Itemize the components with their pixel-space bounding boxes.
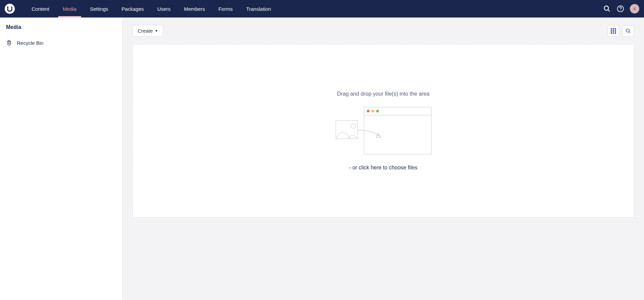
sidebar-title: Media: [0, 24, 122, 38]
user-avatar[interactable]: A: [630, 4, 639, 13]
sidebar: Media Recycle Bin: [0, 18, 122, 300]
search-media-button[interactable]: [622, 25, 634, 37]
svg-rect-22: [336, 121, 357, 139]
dropzone-choose-files-link[interactable]: - or click here to choose files: [349, 165, 418, 171]
svg-point-3: [620, 10, 620, 10]
svg-rect-10: [613, 30, 614, 32]
dropzone-illustration: [334, 106, 432, 155]
grid-view-button[interactable]: [608, 25, 619, 37]
sidebar-item-recycle-bin[interactable]: Recycle Bin: [0, 38, 122, 48]
nav-tabs: Content Media Settings Packages Users Me…: [25, 0, 278, 18]
nav-tab-media[interactable]: Media: [56, 0, 83, 18]
global-search-button[interactable]: [603, 5, 611, 13]
nav-tab-label: Packages: [122, 6, 144, 12]
avatar-initial: A: [633, 7, 636, 11]
create-button[interactable]: Create ▼: [133, 25, 163, 37]
umbraco-logo-icon: [6, 5, 13, 12]
toolbar: Create ▼: [125, 25, 641, 44]
create-button-label: Create: [138, 28, 153, 34]
svg-point-0: [604, 6, 609, 10]
nav-tab-forms[interactable]: Forms: [212, 0, 240, 18]
svg-point-21: [376, 110, 379, 112]
search-icon: [603, 5, 611, 12]
top-navigation: Content Media Settings Packages Users Me…: [0, 0, 644, 18]
app-logo[interactable]: [5, 4, 15, 14]
main-layout: Media Recycle Bin Create ▼: [0, 18, 644, 300]
nav-right-actions: A: [603, 4, 639, 13]
nav-tab-label: Users: [157, 6, 170, 12]
svg-rect-13: [613, 32, 614, 34]
main-content: Create ▼: [122, 18, 644, 300]
svg-rect-14: [615, 32, 616, 34]
svg-point-20: [371, 110, 374, 112]
media-dropzone[interactable]: Drag and drop your file(s) into the area: [133, 44, 634, 218]
trash-icon: [6, 40, 12, 46]
svg-point-15: [626, 29, 629, 32]
sidebar-item-label: Recycle Bin: [17, 40, 43, 46]
grid-icon: [611, 28, 616, 34]
svg-rect-9: [611, 30, 612, 32]
nav-tab-label: Content: [32, 6, 49, 12]
svg-rect-8: [615, 28, 616, 30]
svg-rect-11: [615, 30, 616, 32]
nav-tab-translation[interactable]: Translation: [240, 0, 278, 18]
nav-tab-users[interactable]: Users: [150, 0, 177, 18]
nav-tab-label: Members: [184, 6, 205, 12]
caret-down-icon: ▼: [155, 29, 158, 33]
nav-tab-members[interactable]: Members: [177, 0, 212, 18]
nav-tab-label: Forms: [218, 6, 233, 12]
svg-rect-7: [613, 28, 614, 30]
svg-rect-12: [611, 32, 612, 34]
nav-tab-settings[interactable]: Settings: [83, 0, 115, 18]
nav-tab-content[interactable]: Content: [25, 0, 56, 18]
nav-tab-label: Settings: [90, 6, 108, 12]
nav-tab-label: Media: [63, 6, 77, 12]
search-icon: [625, 28, 631, 34]
toolbar-right: [608, 25, 634, 37]
svg-line-16: [629, 32, 630, 33]
help-button[interactable]: [616, 5, 624, 13]
svg-rect-17: [364, 107, 431, 154]
svg-rect-6: [611, 28, 612, 30]
nav-tab-label: Translation: [246, 6, 271, 12]
dropzone-instruction: Drag and drop your file(s) into the area: [337, 91, 430, 97]
help-icon: [617, 5, 624, 12]
svg-point-19: [367, 110, 369, 112]
nav-tab-packages[interactable]: Packages: [115, 0, 151, 18]
svg-line-1: [608, 10, 610, 12]
